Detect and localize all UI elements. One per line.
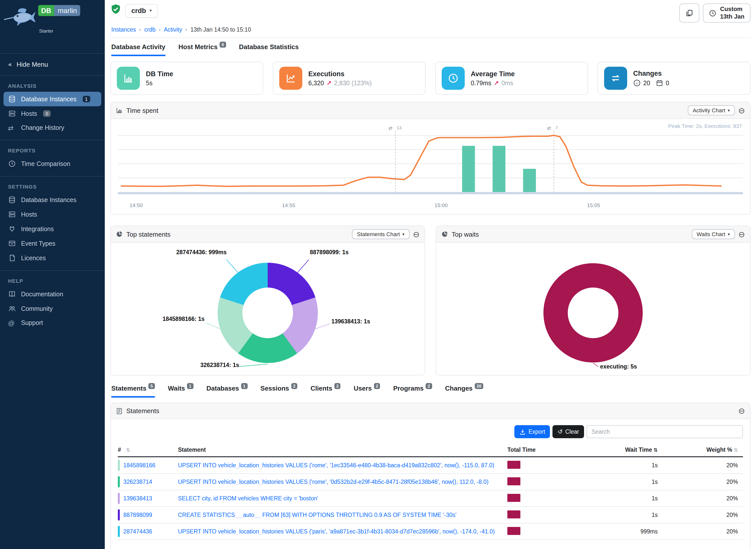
wait-time-value: 999ms <box>573 528 673 534</box>
statement-color-chip <box>118 493 120 504</box>
database-icon <box>8 196 16 204</box>
clock-icon <box>8 160 16 167</box>
event-calendar-icon <box>8 240 16 247</box>
section-title: ANALYSIS <box>0 83 105 92</box>
breadcrumb-time-range: 13th Jan 14:50 to 15:10 <box>191 27 251 33</box>
tab-changes[interactable]: Changes20 <box>445 385 484 398</box>
card-executions: Executions 6,320 ↗ 2,830 (123%) <box>273 62 426 95</box>
waits-chart-dropdown[interactable]: Waits Chart ▾ <box>692 229 735 239</box>
changes-event-count: 0 <box>666 79 669 86</box>
clear-button[interactable]: ↺ Clear <box>553 425 584 438</box>
search-input[interactable] <box>587 425 743 438</box>
server-icon <box>8 211 16 218</box>
wait-time-value: 1s <box>573 462 673 468</box>
hide-menu-button[interactable]: « Hide Menu <box>0 54 105 75</box>
sidebar-section-help: HELP Documentation Community @ Support <box>0 271 105 335</box>
statement-id-link[interactable]: 287474436 <box>123 528 152 534</box>
tab-databases[interactable]: Databases1 <box>207 385 248 398</box>
tab-database-statistics[interactable]: Database Statistics <box>239 43 299 56</box>
total-time-bar <box>507 494 520 502</box>
statement-id-link[interactable]: 1845898166 <box>123 462 155 468</box>
time-spent-x-axis: 14:5014:5515:0015:05 <box>118 202 743 212</box>
copy-icon <box>686 9 694 17</box>
licence-icon <box>8 254 16 262</box>
statement-id-link[interactable]: 887898099 <box>123 512 152 518</box>
total-time-bar <box>507 527 520 535</box>
tab-badge: 2 <box>426 383 432 389</box>
statement-sql-link[interactable]: SELECT city, id FROM vehicles WHERE city… <box>178 495 318 501</box>
tab-users[interactable]: Users2 <box>354 385 380 398</box>
tab-statements[interactable]: Statements5 <box>111 385 155 398</box>
time-spent-chart[interactable]: ⇄13⇄7 <box>118 122 743 202</box>
statements-chart-dropdown[interactable]: Statements Chart ▾ <box>352 229 409 239</box>
tab-clients[interactable]: Clients2 <box>311 385 341 398</box>
sidebar-item-time-comparison[interactable]: Time Comparison <box>0 156 105 171</box>
sort-icon-active[interactable]: ⇅ <box>653 447 658 453</box>
sidebar-item-support[interactable]: @ Support <box>0 316 105 330</box>
tab-waits[interactable]: Waits1 <box>168 385 194 398</box>
sidebar-section-settings: SETTINGS Database Instances Hosts Integr… <box>0 176 105 270</box>
table-row: 139638413 SELECT city, id FROM vehicles … <box>118 490 743 507</box>
tab-badge: 20 <box>475 383 483 389</box>
sidebar-item-licences[interactable]: Licences <box>0 251 105 265</box>
server-icon <box>8 110 16 117</box>
tab-host-metrics[interactable]: Host Metrics0 <box>178 43 226 56</box>
panel-title: Time spent <box>126 107 158 114</box>
collapse-panel-icon[interactable]: ⊖ <box>413 229 420 239</box>
sidebar-item-hosts[interactable]: Hosts 0 <box>0 106 105 121</box>
sidebar-item-documentation[interactable]: Documentation <box>0 287 105 301</box>
breadcrumb-activity[interactable]: Activity <box>164 27 182 33</box>
collapse-panel-icon[interactable]: ⊖ <box>738 406 745 416</box>
swap-arrows-icon <box>604 67 627 90</box>
marlin-fish-icon <box>3 5 36 33</box>
slice-label: 887898099: 1s <box>310 249 349 255</box>
sidebar-item-event-types[interactable]: Event Types <box>0 236 105 251</box>
table-toolbar: Export ↺ Clear <box>111 419 750 443</box>
collapse-panel-icon[interactable]: ⊖ <box>738 106 745 115</box>
statements-donut-chart[interactable]: 287474436: 999ms 887898099: 1s 139638413… <box>111 243 425 375</box>
table-header-row: #⇅ Statement Total Time Wait Time⇅ Weigh… <box>118 443 743 457</box>
sidebar-item-community[interactable]: Community <box>0 301 105 316</box>
sidebar-item-database-instances[interactable]: Database Instances 1 <box>4 92 101 106</box>
sidebar-item-integrations[interactable]: Integrations <box>0 222 105 236</box>
breadcrumb-instances[interactable]: Instances <box>111 27 136 33</box>
detail-tabs: Statements5 Waits1 Databases1 Sessions2 … <box>110 385 750 398</box>
sidebar-item-hosts-settings[interactable]: Hosts <box>0 207 105 222</box>
sidebar-item-database-instances-settings[interactable]: Database Instances <box>0 193 105 207</box>
statement-sql-link[interactable]: UPSERT INTO vehicle_location_histories V… <box>178 528 495 534</box>
sidebar-item-change-history[interactable]: ⇄ Change History <box>0 121 105 135</box>
export-button[interactable]: Export <box>514 425 550 438</box>
shield-check-icon <box>110 4 121 18</box>
statement-id-link[interactable]: 326238714 <box>123 479 152 485</box>
weight-value: 20% <box>673 479 743 485</box>
executions-value: 6,320 <box>308 79 324 86</box>
page-header: crdb ▾ Custom13th Jan <box>110 0 750 23</box>
info-circle-icon <box>633 79 641 87</box>
statement-sql-link[interactable]: UPSERT INTO vehicle_location_histories V… <box>178 479 489 485</box>
tab-badge: 2 <box>334 383 340 389</box>
statement-color-chip <box>118 526 120 537</box>
activity-chart-dropdown[interactable]: Activity Chart ▾ <box>688 105 735 115</box>
instance-selector[interactable]: crdb ▾ <box>125 4 158 17</box>
card-changes: Changes 20 0 <box>598 62 750 95</box>
weight-value: 20% <box>673 495 743 501</box>
statements-table-panel: Statements ⊖ Export ↺ Clear #⇅ Statement… <box>110 403 750 549</box>
db-time-value: 5s <box>146 79 152 86</box>
copy-link-button[interactable] <box>680 4 700 23</box>
sort-icon[interactable]: ⇅ <box>126 447 130 452</box>
statement-id-link[interactable]: 139638413 <box>123 495 152 501</box>
statements-table: #⇅ Statement Total Time Wait Time⇅ Weigh… <box>111 443 750 549</box>
tab-sessions[interactable]: Sessions2 <box>260 385 298 398</box>
statement-sql-link[interactable]: CREATE STATISTICS __auto__ FROM [63] WIT… <box>178 512 456 518</box>
tab-programs[interactable]: Programs2 <box>393 385 432 398</box>
sidebar-section-analysis: ANALYSIS Database Instances 1 Hosts 0 ⇄ … <box>0 76 105 140</box>
time-range-button[interactable]: Custom13th Jan <box>703 4 750 23</box>
sort-icon[interactable]: ⇅ <box>734 447 738 453</box>
pie-chart-icon <box>441 231 448 238</box>
waits-donut-chart[interactable]: executing: 5s <box>436 243 750 375</box>
statement-sql-link[interactable]: UPSERT INTO vehicle_location_histories V… <box>178 462 494 468</box>
collapse-panel-icon[interactable]: ⊖ <box>738 229 745 239</box>
breadcrumb-crdb[interactable]: crdb <box>144 27 156 33</box>
tab-database-activity[interactable]: Database Activity <box>111 43 165 56</box>
svg-text:⇄: ⇄ <box>547 125 551 131</box>
